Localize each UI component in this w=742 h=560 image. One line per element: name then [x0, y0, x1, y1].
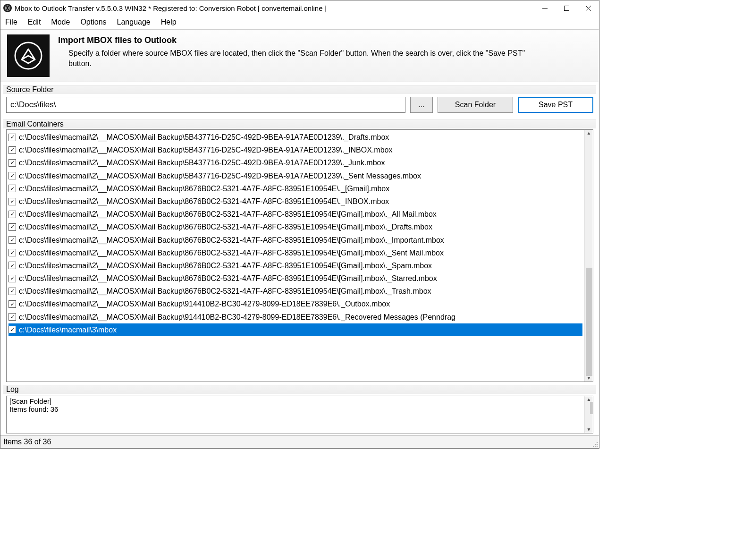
svg-point-7	[595, 444, 596, 445]
header-panel: Import MBOX files to Outlook Specify a f…	[0, 29, 599, 82]
list-item-label: c:\Docs\files\macmail\2\__MACOSX\Mail Ba…	[19, 144, 392, 156]
scroll-thumb[interactable]	[590, 402, 594, 414]
list-item[interactable]: c:\Docs\files\macmail\2\__MACOSX\Mail Ba…	[8, 285, 582, 297]
list-item[interactable]: c:\Docs\files\macmail\2\__MACOSX\Mail Ba…	[8, 246, 582, 259]
log-text: [Scan Folder] Items found: 36	[7, 396, 584, 433]
menu-options[interactable]: Options	[80, 18, 106, 26]
list-item-label: c:\Docs\files\macmail\2\__MACOSX\Mail Ba…	[19, 182, 389, 195]
checkbox[interactable]	[8, 313, 16, 321]
list-item-label: c:\Docs\files\macmail\2\__MACOSX\Mail Ba…	[19, 246, 444, 259]
checkbox[interactable]	[8, 262, 16, 269]
list-item-label: c:\Docs\files\macmail\3\mbox	[19, 323, 117, 336]
list-item[interactable]: c:\Docs\files\macmail\2\__MACOSX\Mail Ba…	[8, 311, 582, 323]
containers-group: Email Containers c:\Docs\files\macmail\2…	[3, 119, 596, 382]
resize-grip-icon[interactable]	[591, 441, 598, 447]
scan-folder-button[interactable]: Scan Folder	[438, 97, 513, 113]
scroll-thumb[interactable]	[586, 268, 592, 376]
list-item-label: c:\Docs\files\macmail\2\__MACOSX\Mail Ba…	[19, 234, 444, 246]
checkbox[interactable]	[8, 185, 16, 192]
list-item[interactable]: c:\Docs\files\macmail\2\__MACOSX\Mail Ba…	[8, 208, 582, 221]
svg-point-8	[597, 444, 598, 445]
source-group: Source Folder ... Scan Folder Save PST	[3, 85, 596, 117]
menubar: File Edit Mode Options Language Help	[0, 16, 599, 29]
list-item-label: c:\Docs\files\macmail\2\__MACOSX\Mail Ba…	[19, 272, 437, 285]
menu-edit[interactable]: Edit	[28, 18, 41, 26]
list-item[interactable]: c:\Docs\files\macmail\2\__MACOSX\Mail Ba…	[8, 221, 582, 233]
maximize-button[interactable]	[556, 0, 577, 16]
containers-scrollbar[interactable]: ▲ ▼	[584, 130, 593, 382]
checkbox[interactable]	[8, 198, 16, 205]
list-item-label: c:\Docs\files\macmail\2\__MACOSX\Mail Ba…	[19, 285, 431, 297]
checkbox[interactable]	[8, 326, 16, 333]
app-logo	[7, 34, 50, 77]
menu-mode[interactable]: Mode	[51, 18, 70, 26]
status-text: Items 36 of 36	[3, 438, 51, 446]
log-group: Log [Scan Folder] Items found: 36 ▲ ▼	[3, 385, 596, 433]
checkbox[interactable]	[8, 223, 16, 231]
menu-language[interactable]: Language	[117, 18, 151, 26]
list-item[interactable]: c:\Docs\files\macmail\2\__MACOSX\Mail Ba…	[8, 234, 582, 246]
close-button[interactable]	[577, 0, 599, 16]
svg-point-6	[597, 442, 598, 443]
source-path-input[interactable]	[6, 97, 405, 113]
svg-point-10	[595, 446, 596, 447]
checkbox[interactable]	[8, 249, 16, 256]
list-item-label: c:\Docs\files\macmail\2\__MACOSX\Mail Ba…	[19, 311, 455, 323]
list-item[interactable]: c:\Docs\files\macmail\2\__MACOSX\Mail Ba…	[8, 297, 582, 310]
checkbox[interactable]	[8, 159, 16, 167]
scroll-up-icon[interactable]: ▲	[587, 131, 591, 136]
list-item-label: c:\Docs\files\macmail\2\__MACOSX\Mail Ba…	[19, 259, 432, 272]
minimize-button[interactable]	[534, 0, 556, 16]
header-title: Import MBOX files to Outlook	[58, 35, 545, 45]
svg-point-11	[597, 446, 598, 447]
list-item[interactable]: c:\Docs\files\macmail\2\__MACOSX\Mail Ba…	[8, 272, 582, 285]
email-containers-list[interactable]: c:\Docs\files\macmail\2\__MACOSX\Mail Ba…	[6, 129, 593, 382]
checkbox[interactable]	[8, 146, 16, 154]
list-item-label: c:\Docs\files\macmail\2\__MACOSX\Mail Ba…	[19, 195, 389, 208]
list-item[interactable]: c:\Docs\files\macmail\3\mbox	[8, 323, 582, 336]
checkbox[interactable]	[8, 236, 16, 244]
app-icon	[3, 4, 12, 12]
svg-rect-2	[564, 6, 569, 10]
source-group-label: Source Folder	[3, 85, 596, 94]
list-item[interactable]: c:\Docs\files\macmail\2\__MACOSX\Mail Ba…	[8, 182, 582, 195]
checkbox[interactable]	[8, 172, 16, 179]
list-item[interactable]: c:\Docs\files\macmail\2\__MACOSX\Mail Ba…	[8, 131, 582, 144]
svg-point-9	[593, 446, 594, 447]
list-item[interactable]: c:\Docs\files\macmail\2\__MACOSX\Mail Ba…	[8, 195, 582, 208]
checkbox[interactable]	[8, 275, 16, 282]
statusbar: Items 36 of 36	[0, 435, 599, 448]
save-pst-button[interactable]: Save PST	[518, 97, 593, 113]
titlebar: Mbox to Outlook Transfer v.5.5.0.3 WIN32…	[0, 0, 599, 16]
log-scrollbar[interactable]: ▲ ▼	[584, 396, 593, 433]
list-item[interactable]: c:\Docs\files\macmail\2\__MACOSX\Mail Ba…	[8, 156, 582, 169]
checkbox[interactable]	[8, 300, 16, 308]
list-item-label: c:\Docs\files\macmail\2\__MACOSX\Mail Ba…	[19, 170, 421, 182]
list-item-label: c:\Docs\files\macmail\2\__MACOSX\Mail Ba…	[19, 221, 432, 233]
header-text: Import MBOX files to Outlook Specify a f…	[58, 34, 545, 77]
log-pane[interactable]: [Scan Folder] Items found: 36 ▲ ▼	[6, 396, 593, 433]
menu-file[interactable]: File	[5, 18, 17, 26]
list-item[interactable]: c:\Docs\files\macmail\2\__MACOSX\Mail Ba…	[8, 170, 582, 182]
list-item-label: c:\Docs\files\macmail\2\__MACOSX\Mail Ba…	[19, 131, 389, 144]
list-item[interactable]: c:\Docs\files\macmail\2\__MACOSX\Mail Ba…	[8, 259, 582, 272]
browse-button[interactable]: ...	[410, 97, 433, 113]
scroll-up-icon[interactable]: ▲	[587, 397, 591, 402]
window-title: Mbox to Outlook Transfer v.5.5.0.3 WIN32…	[15, 4, 534, 12]
header-description: Specify a folder where source MBOX files…	[68, 48, 545, 68]
window-controls	[534, 0, 599, 16]
containers-group-label: Email Containers	[3, 119, 596, 128]
list-item-label: c:\Docs\files\macmail\2\__MACOSX\Mail Ba…	[19, 297, 390, 310]
checkbox[interactable]	[8, 211, 16, 218]
checkbox[interactable]	[8, 134, 16, 141]
menu-help[interactable]: Help	[161, 18, 177, 26]
scroll-down-icon[interactable]: ▼	[587, 376, 591, 381]
list-item[interactable]: c:\Docs\files\macmail\2\__MACOSX\Mail Ba…	[8, 144, 582, 156]
list-item-label: c:\Docs\files\macmail\2\__MACOSX\Mail Ba…	[19, 156, 385, 169]
log-group-label: Log	[3, 385, 596, 394]
scroll-down-icon[interactable]: ▼	[587, 427, 591, 432]
app-window: Mbox to Outlook Transfer v.5.5.0.3 WIN32…	[0, 0, 599, 449]
list-item-label: c:\Docs\files\macmail\2\__MACOSX\Mail Ba…	[19, 208, 437, 221]
checkbox[interactable]	[8, 288, 16, 295]
